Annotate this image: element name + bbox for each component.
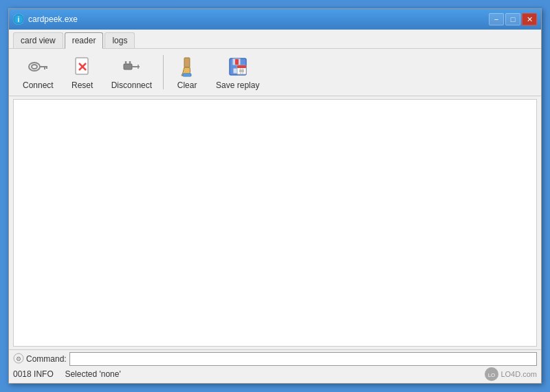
disconnect-icon xyxy=(119,54,144,79)
connect-button[interactable]: Connect xyxy=(14,52,62,93)
toolbar-separator xyxy=(163,55,164,89)
svg-rect-22 xyxy=(237,65,246,68)
command-input[interactable] xyxy=(69,352,537,366)
command-icon: ⚙ xyxy=(13,353,24,366)
disconnect-button[interactable]: Disconnect xyxy=(103,52,160,93)
svg-point-2 xyxy=(29,63,40,71)
tabs-row: card view reader logs xyxy=(9,30,541,49)
disconnect-label: Disconnect xyxy=(111,80,152,90)
status-row: 0018 INFO Selected 'none' LO LO4D.com xyxy=(13,367,537,381)
clear-icon xyxy=(175,54,199,79)
save-replay-icon xyxy=(226,54,250,79)
title-bar-left: i cardpeek.exe xyxy=(13,14,78,25)
status-text: 0018 INFO Selected 'none' xyxy=(13,369,121,379)
title-bar-buttons: − □ ✕ xyxy=(489,13,537,25)
close-button[interactable]: ✕ xyxy=(522,13,537,25)
svg-rect-20 xyxy=(235,59,239,65)
command-row: ⚙ Command: xyxy=(13,352,537,366)
connect-label: Connect xyxy=(23,80,54,90)
lo4d-text: LO4D.com xyxy=(500,370,537,378)
title-bar: i cardpeek.exe − □ ✕ xyxy=(9,9,541,30)
reset-icon xyxy=(70,54,95,79)
lo4d-icon: LO xyxy=(485,367,498,381)
command-text: Command: xyxy=(26,354,67,364)
reset-label: Reset xyxy=(72,80,93,90)
status-level: INFO xyxy=(34,369,54,379)
svg-text:i: i xyxy=(18,16,20,23)
save-replay-button[interactable]: Save replay xyxy=(208,52,267,93)
tab-card-view[interactable]: card view xyxy=(13,32,63,48)
clear-label: Clear xyxy=(177,80,197,90)
command-label: ⚙ Command: xyxy=(13,353,67,366)
svg-rect-16 xyxy=(183,74,191,76)
maximize-button[interactable]: □ xyxy=(505,13,520,25)
main-window: i cardpeek.exe − □ ✕ card view reader lo… xyxy=(8,8,542,384)
svg-point-3 xyxy=(32,65,37,69)
tab-reader[interactable]: reader xyxy=(65,32,104,49)
toolbar: Connect Reset xyxy=(9,49,541,96)
svg-text:⚙: ⚙ xyxy=(16,356,21,362)
save-replay-label: Save replay xyxy=(216,80,259,90)
bottom-bar: ⚙ Command: 0018 INFO Selected 'none' xyxy=(9,349,541,383)
app-icon: i xyxy=(13,14,24,25)
status-code: 0018 xyxy=(13,369,32,379)
connect-icon xyxy=(25,54,50,79)
svg-rect-15 xyxy=(184,58,190,67)
minimize-button[interactable]: − xyxy=(489,13,504,25)
reset-button[interactable]: Reset xyxy=(62,52,103,93)
tab-logs[interactable]: logs xyxy=(104,32,135,48)
content-area: card view reader logs Connect xyxy=(9,30,541,383)
status-message: Selected 'none' xyxy=(65,369,120,379)
main-content-area xyxy=(13,99,537,347)
clear-button[interactable]: Clear xyxy=(166,52,208,93)
window-title: cardpeek.exe xyxy=(28,14,78,24)
svg-text:LO: LO xyxy=(488,372,496,378)
lo4d-watermark: LO LO4D.com xyxy=(485,367,537,381)
svg-rect-10 xyxy=(124,64,132,69)
